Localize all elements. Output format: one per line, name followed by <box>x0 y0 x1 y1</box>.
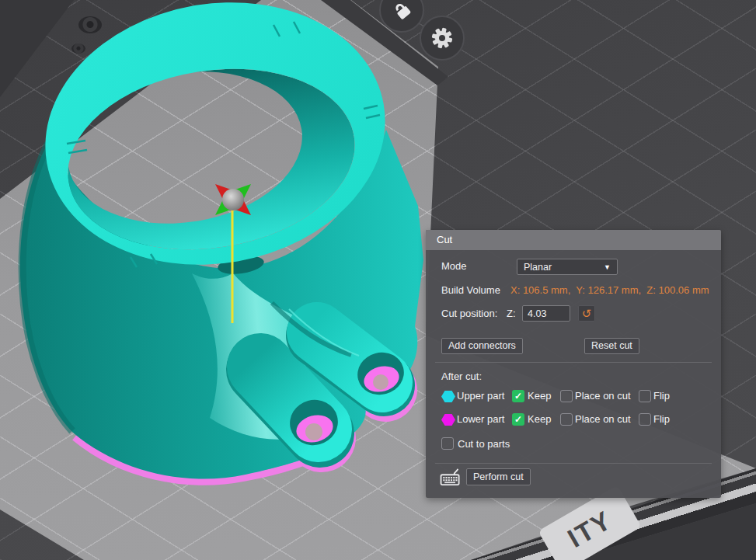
lower-place-label: Place on cut <box>575 413 631 426</box>
reset-position-button[interactable]: ↺ <box>578 305 595 322</box>
lower-part-row: Lower part ✓ Keep ✓ Place on cut ✓ Flip <box>426 413 721 426</box>
cut-position-label: Cut position: <box>441 308 497 320</box>
cut-to-parts-row: ✓ Cut to parts <box>426 437 721 450</box>
upper-flip-checkbox[interactable]: ✓ <box>639 390 651 402</box>
divider <box>435 463 712 464</box>
lower-flip-label: Flip <box>653 413 670 426</box>
mode-dropdown[interactable]: Planar ▼ <box>517 259 618 275</box>
lower-keep-checkbox[interactable]: ✓ <box>512 413 524 426</box>
lock-icon <box>390 0 413 22</box>
lower-keep-label: Keep <box>528 413 551 426</box>
cut-to-parts-checkbox[interactable]: ✓ <box>441 437 454 450</box>
lower-part-swatch <box>441 414 455 426</box>
cut-panel: Cut Mode Planar ▼ Build Volume X: 106.5 … <box>426 230 721 498</box>
perform-cut-button[interactable]: Perform cut <box>466 468 531 485</box>
after-cut-label: After cut: <box>441 370 482 383</box>
lower-part-label: Lower part <box>457 413 504 426</box>
build-volume-value: X: 106.5 mm, Y: 126.17 mm, Z: 100.06 mm <box>510 284 709 297</box>
upper-part-label: Upper part <box>457 390 504 402</box>
gear-icon <box>430 26 455 50</box>
divider <box>435 362 712 363</box>
lower-place-checkbox[interactable]: ✓ <box>560 413 573 426</box>
keyboard-icon <box>440 468 462 486</box>
mode-value: Planar <box>524 262 604 273</box>
panel-title: Cut <box>437 230 452 250</box>
keyboard-shortcuts-button[interactable] <box>440 468 462 489</box>
upper-flip-label: Flip <box>653 390 670 402</box>
lower-flip-checkbox[interactable]: ✓ <box>639 413 651 426</box>
upper-part-row: Upper part ✓ Keep ✓ Place on cut ✓ Flip <box>426 390 721 403</box>
viewport-3d[interactable]: ITY <box>0 0 756 560</box>
upper-place-checkbox[interactable]: ✓ <box>560 390 573 402</box>
upper-keep-checkbox[interactable]: ✓ <box>512 390 524 402</box>
mode-label: Mode <box>441 260 467 273</box>
reset-icon: ↺ <box>582 307 592 320</box>
upper-place-label: Place on cut <box>575 390 631 402</box>
cut-panel-header[interactable]: Cut <box>426 230 721 250</box>
reset-cut-button[interactable]: Reset cut <box>584 338 639 354</box>
cut-to-parts-label: Cut to parts <box>458 438 510 450</box>
upper-keep-label: Keep <box>528 390 551 402</box>
cut-position-input[interactable] <box>522 305 570 322</box>
axis-label: Z: <box>507 308 516 320</box>
build-volume-label: Build Volume <box>441 284 500 297</box>
chevron-down-icon: ▼ <box>604 263 611 271</box>
gizmo-sphere[interactable] <box>222 189 244 210</box>
upper-part-swatch <box>441 391 455 402</box>
add-connectors-button[interactable]: Add connectors <box>441 338 523 354</box>
settings-button[interactable] <box>420 16 465 61</box>
